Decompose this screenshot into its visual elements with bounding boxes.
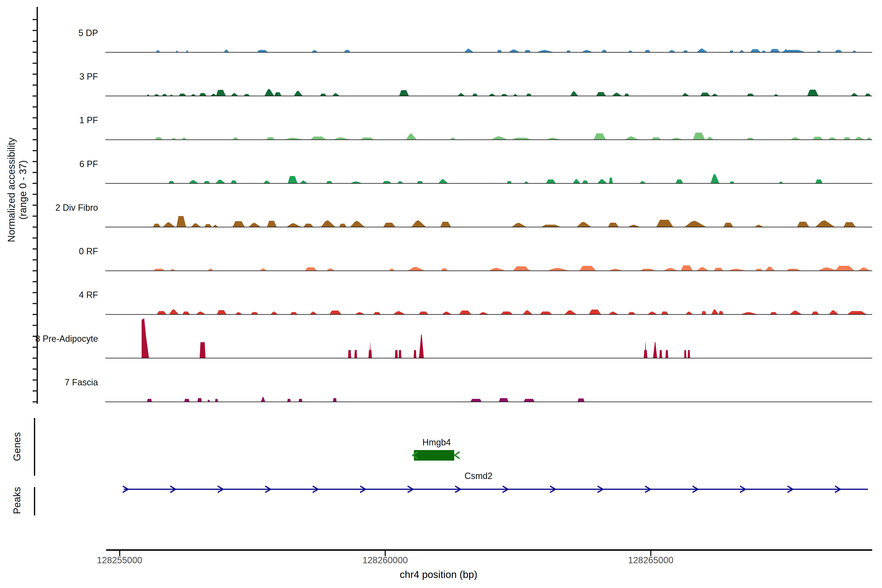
- track-label-7-fascia: 7 Fascia: [64, 377, 98, 388]
- coverage-area-2-div-fibro: [153, 216, 856, 227]
- track-label-8-pre-adipocyte: 8 Pre-Adipocyte: [35, 334, 98, 344]
- track-label-0-rf: 0 RF: [79, 246, 98, 256]
- x-tick-128255000: 128255000: [97, 555, 142, 566]
- peaks-section-label: Peaks: [11, 487, 23, 514]
- x-tick-128265000: 128265000: [628, 555, 673, 566]
- coverage-area-3-pf: [147, 89, 871, 96]
- track-label-1-pf: 1 PF: [80, 115, 98, 126]
- y-axis-label-line2: (range 0 - 37): [17, 138, 28, 242]
- gene-strand-arrow-hmgb4: [455, 452, 460, 459]
- gene-label-hmgb4: Hmgb4: [422, 437, 451, 448]
- coverage-area-1-pf: [155, 132, 872, 140]
- y-axis-label: Normalized accessibility (range 0 - 37): [6, 138, 28, 242]
- gene-body-hmgb4: [414, 450, 454, 460]
- track-label-4-rf: 4 RF: [79, 290, 98, 300]
- coverage-area-8-pre-adipocyte: [142, 318, 690, 358]
- coverage-area-6-pf: [168, 174, 823, 183]
- genome-browser-figure: Normalized accessibility (range 0 - 37) …: [0, 0, 882, 588]
- gene-label-csmd2: Csmd2: [465, 471, 492, 481]
- coverage-area-4-rf: [157, 309, 867, 315]
- x-tick-128260000: 128260000: [362, 555, 408, 566]
- track-label-2-div-fibro: 2 Div Fibro: [56, 202, 98, 213]
- track-label-6-pf: 6 PF: [80, 159, 98, 169]
- track-label-5-dp: 5 DP: [78, 28, 98, 38]
- x-axis-title: chr4 position (bp): [400, 569, 477, 580]
- y-axis-label-line1: Normalized accessibility: [6, 138, 17, 242]
- genes-section-label: Genes: [11, 432, 23, 461]
- coverage-area-7-fascia: [147, 397, 585, 402]
- coverage-area-5-dp: [156, 48, 857, 52]
- coverage-area-0-rf: [153, 266, 870, 271]
- plot-canvas: [0, 0, 882, 588]
- track-label-3-pf: 3 PF: [80, 72, 98, 82]
